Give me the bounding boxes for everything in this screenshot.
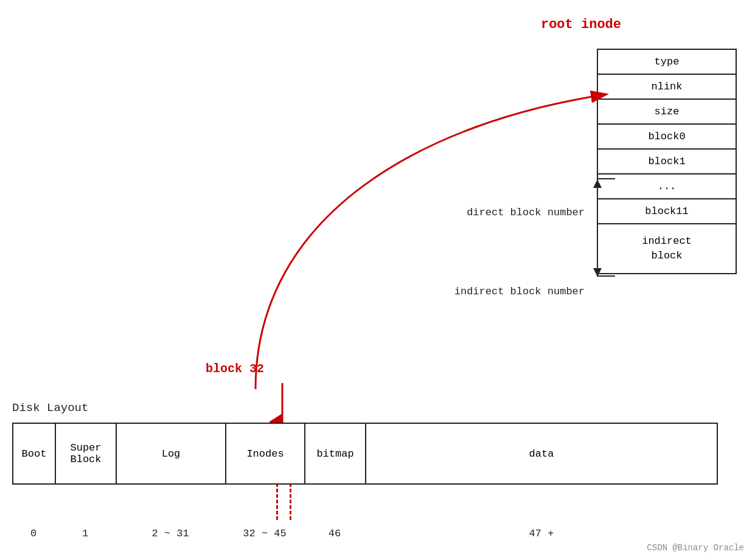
disk-num-1: 1 — [55, 528, 116, 539]
disk-layout-label: Disk Layout — [12, 401, 88, 415]
indirect-block-label: indirect block number — [454, 286, 585, 297]
disk-numbers: 0 1 2 ~ 31 32 ~ 45 46 47 + — [12, 528, 718, 539]
disk-cell-inodes: Inodes — [226, 423, 305, 484]
root-inode-label: root inode — [541, 17, 621, 32]
disk-num-32-45: 32 ~ 45 — [225, 528, 304, 539]
inode-field-type: type — [597, 49, 736, 74]
direct-arrow — [597, 179, 598, 277]
direct-block-label: direct block number — [467, 207, 585, 218]
disk-cell-boot: Boot — [13, 423, 55, 484]
disk-num-47: 47 + — [365, 528, 718, 539]
disk-cell-data: data — [366, 423, 717, 484]
arrow-bottom-line — [598, 275, 615, 277]
inode-field-block1: block1 — [597, 149, 736, 174]
inode-field-nlink: nlink — [597, 74, 736, 99]
disk-num-2-31: 2 ~ 31 — [116, 528, 225, 539]
disk-cell-super: SuperBlock — [55, 423, 116, 484]
inode-field-block11: block11 — [597, 199, 736, 224]
disk-num-46: 46 — [304, 528, 365, 539]
watermark: CSDN @Binary Oracle — [647, 543, 744, 553]
inode-field-ellipsis: ... — [597, 174, 736, 199]
inode-table: type nlink size block0 block1 ... block1… — [597, 49, 737, 274]
disk-cell-bitmap: bitmap — [305, 423, 366, 484]
disk-cell-log: Log — [116, 423, 226, 484]
disk-num-0: 0 — [12, 528, 55, 539]
inode-field-indirect: indirectblock — [597, 224, 736, 274]
inode-field-block0: block0 — [597, 124, 736, 149]
inode-field-size: size — [597, 99, 736, 124]
disk-table-wrapper: Boot SuperBlock Log Inodes bitmap data — [12, 423, 718, 485]
block32-label: block 32 — [206, 362, 264, 376]
disk-table: Boot SuperBlock Log Inodes bitmap data — [12, 423, 718, 485]
